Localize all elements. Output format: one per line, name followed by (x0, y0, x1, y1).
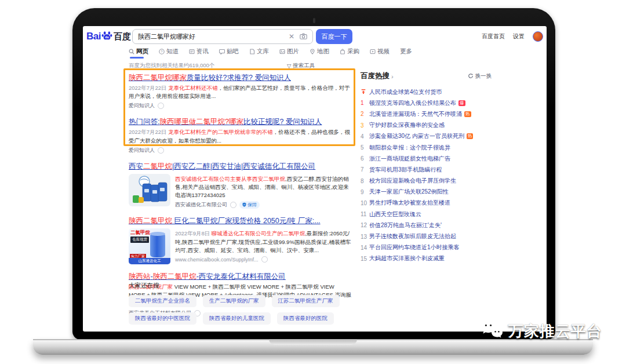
hot-search-text: 北溪管道泄漏现场：天然气不停喷涌 (369, 110, 462, 118)
hot-search-item[interactable]: 4涉案金额达30亿 内蒙古一官员获死刑热 (361, 131, 492, 142)
tab-知道[interactable]: ?知道 (159, 48, 179, 58)
hot-search-text: 涉案金额达30亿 内蒙古一官员获死刑 (369, 132, 464, 140)
tieba-icon (219, 49, 225, 54)
hot-rank: 3 (361, 122, 369, 129)
tab-文库[interactable]: 文库 (249, 48, 269, 58)
hot-rank: 12 (361, 222, 369, 228)
tab-label: 资讯 (196, 48, 209, 56)
hot-badge-re: 热 (467, 133, 474, 139)
hot-search-text: 守护好群众深夜撸串的安全感 (369, 121, 445, 129)
result-snippet: 2022年9月8日 聊城通达化工有限公司生产的二氯甲烷,最新报价:2050元/吨… (175, 230, 351, 254)
hot-rank: 5 (361, 144, 369, 151)
tab-视频[interactable]: 视频 (370, 48, 390, 58)
result-source[interactable]: 爱问知识人 (129, 102, 155, 110)
tab-贴吧[interactable]: 贴吧 (219, 48, 239, 58)
hot-search-item[interactable]: 14平台回应网约车绕道近1小时接乘客 (361, 242, 492, 253)
refresh-button[interactable]: 换一换 (468, 72, 492, 80)
hot-search-item[interactable]: 2北溪管道泄漏现场：天然气不停喷涌热 (361, 108, 492, 119)
title-keyword: 陕西二氯甲烷 (153, 272, 196, 281)
baidu-home-link[interactable]: 百度首页 (482, 32, 505, 41)
image-icon (279, 49, 285, 54)
chevron-right-icon: › (391, 73, 394, 80)
svg-text:?: ? (161, 50, 163, 53)
result-title-link[interactable]: 热门问答:陕西哪里做二氯甲烷?哪家比较正规呢? 爱问知识人 (129, 118, 322, 126)
result-title-link[interactable]: 陕西二氯甲烷哪家质量比较好?求推荐? 爱问知识人 (129, 74, 291, 82)
hot-search-item[interactable]: 人民币成全球第4位支付货币 (361, 86, 492, 97)
result-snippet: 西安诚德化工有限公司主要从事西安二氯甲烷,西安乙二醇,西安甘油的销售,相关产品运… (175, 175, 351, 200)
hot-search-item[interactable]: 7货车司机用3部手机隐瞒行程 (361, 164, 492, 175)
snippet-keyword: 聊城通达化工有限公司生产的二氯甲烷 (212, 230, 305, 236)
result-url-row: www.chemicalbook.com/SupplyInf... (175, 256, 351, 263)
hot-rank: 4 (361, 133, 369, 140)
related-search-button[interactable]: 生产二氯甲烷的厂家 (203, 295, 265, 307)
search-result: 热门问答:陕西哪里做二氯甲烷?哪家比较正规呢? 爱问知识人2022年7月22日 … (129, 116, 351, 154)
related-search-button[interactable]: 江苏二氯甲烷生产厂家 (272, 295, 340, 307)
browser-screen: Bai du 百度 陕西二氯甲烷哪家好 ✕ 百度一下 百度首页 设置 网页?知道… (83, 26, 547, 332)
related-searches: 大家还在搜 二氯甲烷生产企业排名生产二氯甲烷的厂家江苏二氯甲烷生产厂家陕西省最好… (129, 282, 361, 325)
result-text-col: 2022年9月8日 聊城通达化工有限公司生产的二氯甲烷,最新报价:2050元/吨… (175, 228, 351, 264)
hot-search-title[interactable]: 百度热搜 (361, 71, 390, 81)
clear-icon[interactable]: ✕ (289, 32, 294, 41)
result-thumbnail-product[interactable]: 二氯甲烷仓库现货实力厂家山东通达化工 (129, 228, 170, 264)
source-more-icon[interactable] (158, 103, 164, 109)
hot-search-item[interactable]: 3守护好群众深夜撸串的安全感 (361, 120, 492, 131)
tab-网页[interactable]: 网页 (129, 48, 148, 58)
hot-search-text: 山西天空巨型玫瑰云 (369, 210, 421, 219)
hot-search-item[interactable]: 13男子连续数夜加班后眼皮无法抬起 (361, 231, 492, 242)
result-body: 2022年7月22日 龙泰化工材料还不错，他们家的产品工艺性好，质量可靠，价格合… (129, 84, 351, 110)
hot-search-item[interactable]: 12价值28万纯血马在丽江'走失' (361, 220, 492, 231)
tab-更多[interactable]: 更多 (400, 48, 412, 58)
related-row: 二氯甲烷生产企业排名生产二氯甲烷的厂家江苏二氯甲烷生产厂家 (129, 295, 361, 307)
thumb-text-sub: 仓库现货 (130, 236, 149, 243)
hot-search-item[interactable]: 11山西天空巨型玫瑰云 (361, 209, 492, 220)
result-source[interactable]: 西安诚德化工有限公司 (175, 201, 227, 209)
tab-采购[interactable]: 采购 (340, 48, 359, 58)
result-body: 二氯甲烷仓库现货实力厂家山东通达化工2022年9月8日 聊城通达化工有限公司生产… (129, 228, 351, 264)
hot-rank: 7 (361, 166, 369, 173)
search-tools-button[interactable]: ▽ 搜索工具 (287, 62, 315, 70)
tab-资讯[interactable]: 资讯 (189, 48, 209, 58)
result-source[interactable]: 爱问知识人 (129, 147, 155, 154)
hot-search-item[interactable]: 9天津一家居广场关联252例阳性 (361, 187, 492, 198)
hot-search-item[interactable]: 8校方回应迎新晚会电子屏压倒学生 (361, 176, 492, 187)
hot-search-text: 男子连续数夜加班后眼皮无法抬起 (369, 232, 456, 241)
hot-search-item[interactable]: 1顿涅茨克等四地入俄公投结果公布爆 (361, 97, 492, 108)
laptop-camera-icon (313, 18, 315, 23)
hot-search-item[interactable]: 5朝阳群众举报：这个院子很诡异 (361, 142, 492, 153)
result-title-link[interactable]: 陕西站-陕西二氯甲烷-西安龙泰化工材料有限公司 (129, 272, 286, 281)
related-search-button[interactable]: 陕西省最好的中医医院 (129, 312, 196, 325)
hot-rank: 11 (361, 211, 369, 217)
avatar[interactable] (533, 31, 543, 42)
tab-图片[interactable]: 图片 (279, 48, 299, 58)
hot-search-item[interactable]: 6浙江一商场现贬损女性电梯广告 (361, 153, 492, 164)
hot-search-item[interactable]: 10男生打呼噜太吵被室友抬至楼道 (361, 198, 492, 209)
search-button[interactable]: 百度一下 (316, 29, 352, 44)
result-thumbnail-drums[interactable] (129, 174, 170, 206)
settings-link[interactable]: 设置 (513, 32, 525, 41)
title-text: 比较正规呢? 爱问知识人 (243, 118, 322, 126)
tab-地图[interactable]: 地图 (310, 48, 329, 58)
tab-label: 贴吧 (227, 48, 239, 56)
doc-icon (249, 49, 255, 54)
hot-search-text: 大妈超市买洋葱挨个剥皮减重 (369, 254, 445, 263)
baidu-logo[interactable]: Bai du 百度 (86, 30, 131, 43)
hot-search-item[interactable]: 15大妈超市买洋葱挨个剥皮减重 (361, 253, 492, 264)
hot-search-text: 顿涅茨克等四地入俄公投结果公布 (369, 99, 456, 107)
related-search-button[interactable]: 二氯甲烷生产企业排名 (129, 295, 196, 307)
related-search-button[interactable]: 陕西省最好的医院 (277, 312, 334, 325)
search-input[interactable]: 陕西二氯甲烷哪家好 ✕ (132, 29, 313, 44)
result-title-link[interactable]: 陕西二氯甲烷 巨化二氯甲烷厂家现货价格 2050元/吨 厂家:... (129, 217, 321, 225)
hot-badge-bao: 爆 (458, 100, 465, 106)
related-search-button[interactable]: 陕西省最好的儿童医院 (203, 312, 271, 325)
tab-label: 采购 (347, 48, 359, 56)
snippet-date: 2022年7月22日 (129, 129, 168, 135)
source-more-icon[interactable] (230, 202, 236, 208)
result-type-tabbar: 网页?知道资讯贴吧文库图片地图采购视频更多 (129, 48, 412, 58)
refresh-icon (468, 73, 474, 80)
result-title-link[interactable]: 西安二氯甲烷|西安乙二醇|西安甘油|西安诚德化工有限公司 (129, 162, 315, 170)
camera-search-icon[interactable] (300, 31, 307, 42)
source-more-icon[interactable] (158, 147, 164, 154)
result-url[interactable]: www.chemicalbook.com/SupplyInf... (175, 257, 259, 263)
source-more-icon[interactable] (261, 256, 268, 263)
result-snippet: 2022年7月22日 龙泰化工材料还不错，他们家的产品工艺性好，质量可靠，价格合… (129, 84, 351, 101)
